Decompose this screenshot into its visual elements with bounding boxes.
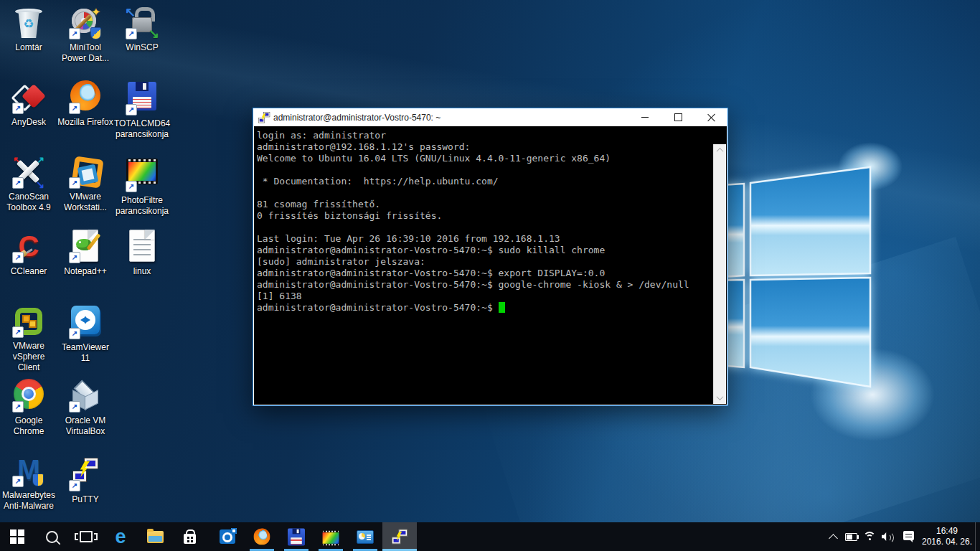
desktop-icon-label: TOTALCMD64 parancsikonja: [114, 118, 170, 140]
close-button[interactable]: [694, 108, 727, 126]
terminal-line: Last login: Tue Apr 26 16:39:10 2016 fro…: [257, 233, 712, 245]
desktop-icon-putty[interactable]: PuTTY: [57, 453, 113, 505]
terminal-line: administrator@administrator-Vostro-5470:…: [257, 268, 712, 279]
maximize-button[interactable]: [661, 108, 694, 126]
desktop-icon-canoscan[interactable]: ↖ ↗ ↙ ↘ CanoScan Toolbox 4.9: [1, 155, 57, 213]
minitool-icon: ✦: [68, 6, 103, 40]
clock-time: 16:49: [919, 526, 975, 537]
text-file-icon: [125, 230, 159, 264]
taskbar-item-putty[interactable]: [382, 522, 417, 551]
terminal-line: Welcome to Ubuntu 16.04 LTS (GNU/Linux 4…: [257, 153, 712, 164]
shortcut-arrow-icon: [126, 104, 137, 116]
notepad-plus-plus-icon: [68, 230, 103, 264]
canoscan-icon: ↖ ↗ ↙ ↘: [11, 155, 46, 189]
terminal-line: [sudo] administrator jelszava:: [257, 256, 712, 268]
desktop-icon-vmware-workstation[interactable]: VMware Workstati...: [57, 155, 113, 213]
shortcut-arrow-icon: [12, 177, 24, 189]
terminal-line: administrator@administrator-Vostro-5470:…: [257, 279, 712, 291]
shortcut-arrow-icon: [69, 401, 80, 413]
taskbar-item-photofiltre[interactable]: [314, 522, 348, 551]
desktop-icon-label: WinSCP: [114, 42, 170, 53]
scrollbar[interactable]: [713, 144, 726, 404]
taskbar-item-total-commander[interactable]: [279, 522, 314, 551]
desktop-icon-virtualbox[interactable]: Oracle VM VirtualBox: [57, 379, 113, 437]
shortcut-arrow-icon: [12, 476, 24, 487]
shortcut-arrow-icon: [12, 401, 24, 413]
minimize-button[interactable]: [628, 108, 661, 126]
desktop-icon-teamviewer[interactable]: TeamViewer 11: [57, 304, 113, 364]
desktop-icon-label: MiniTool Power Dat...: [57, 42, 113, 64]
taskbar-item-store[interactable]: [172, 522, 207, 551]
minimize-icon: [641, 117, 649, 118]
terminal-output[interactable]: login as: administrator administrator@19…: [254, 126, 727, 405]
winscp-icon: ↖↘: [125, 6, 159, 40]
system-window-icon: [357, 530, 374, 544]
desktop-icon-label: Lomtár: [1, 42, 57, 53]
speaker-icon: [882, 532, 895, 542]
terminal-line: [1] 6138: [257, 291, 712, 302]
desktop-icon-label: Oracle VM VirtualBox: [57, 415, 113, 437]
desktop-icon-malwarebytes[interactable]: M Malwarebytes Anti-Malware: [1, 453, 57, 512]
desktop-icon-winscp[interactable]: ↖↘ WinSCP: [114, 6, 170, 53]
taskbar-item-edge[interactable]: e: [103, 522, 138, 551]
chevron-up-icon: [717, 148, 724, 155]
desktop-icon-firefox[interactable]: Mozilla Firefox: [57, 80, 113, 128]
terminal-line: administrator@administrator-Vostro-5470:…: [257, 245, 712, 256]
chevron-down-icon: [717, 393, 724, 400]
desktop-icon-anydesk[interactable]: AnyDesk: [1, 80, 57, 128]
chrome-icon: [11, 379, 46, 413]
close-icon: [707, 113, 715, 122]
terminal-line: login as: administrator: [257, 130, 712, 141]
maximize-icon: [674, 113, 682, 121]
battery-tray-button[interactable]: [842, 522, 860, 551]
putty-window-icon: [258, 112, 270, 123]
desktop-icon-vsphere[interactable]: VMware vSphere Client: [1, 304, 57, 373]
terminal-line: 0 frissítés biztonsági frissítés.: [257, 210, 712, 222]
window-title: administrator@administrator-Vostro-5470:…: [273, 113, 628, 123]
taskbar-clock[interactable]: 16:49 2016. 04. 26.: [919, 526, 975, 547]
scroll-down-button[interactable]: [714, 392, 726, 404]
desktop-icon-chrome[interactable]: Google Chrome: [1, 379, 57, 437]
desktop-icon-notepadpp[interactable]: Notepad++: [57, 230, 113, 277]
desktop-icon-label: AnyDesk: [1, 117, 57, 128]
terminal-line: 81 csomag frissíthető.: [257, 199, 712, 210]
firefox-icon: [68, 80, 103, 115]
system-tray: 16:49 2016. 04. 26.: [824, 522, 980, 551]
taskbar: e: [0, 522, 980, 551]
desktop-icon-label: Mozilla Firefox: [57, 117, 113, 128]
desktop-icon-ccleaner[interactable]: C CCleaner: [1, 230, 57, 277]
show-desktop-button[interactable]: [975, 522, 980, 551]
shortcut-arrow-icon: [69, 103, 80, 114]
firefox-icon: [253, 528, 270, 545]
desktop-icon-linux-file[interactable]: linux: [114, 230, 170, 277]
recycle-bin-icon: ♻: [11, 6, 46, 40]
chevron-up-icon: [829, 534, 838, 543]
shortcut-arrow-icon: [69, 252, 80, 263]
desktop-icon-photofiltre[interactable]: PhotoFiltre parancsikonja: [114, 155, 170, 217]
terminal-line: [257, 164, 712, 176]
virtualbox-icon: [68, 379, 103, 413]
search-icon: [46, 531, 58, 543]
titlebar[interactable]: administrator@administrator-Vostro-5470:…: [253, 108, 727, 126]
start-button[interactable]: [0, 522, 34, 551]
desktop-icon-recycle-bin[interactable]: ♻ Lomtár: [1, 6, 57, 53]
volume-tray-button[interactable]: [879, 522, 897, 551]
taskbar-item-firefox[interactable]: [245, 522, 279, 551]
malwarebytes-icon: M: [11, 453, 46, 488]
taskbar-item-outlook[interactable]: [210, 522, 245, 551]
outlook-icon: [220, 529, 235, 544]
hidden-icons-button[interactable]: [824, 522, 842, 551]
scroll-up-button[interactable]: [714, 144, 726, 156]
task-view-button[interactable]: [69, 522, 103, 551]
taskbar-item-system-app[interactable]: [348, 522, 382, 551]
taskbar-search-button[interactable]: [34, 522, 69, 551]
taskbar-item-file-explorer[interactable]: [138, 522, 172, 551]
network-tray-button[interactable]: [860, 522, 879, 551]
action-center-button[interactable]: [897, 522, 919, 551]
desktop-icon-totalcmd[interactable]: TOTALCMD64 parancsikonja: [114, 80, 170, 140]
teamviewer-icon: [68, 306, 103, 340]
desktop-icon-minitool[interactable]: ✦ MiniTool Power Dat...: [57, 6, 113, 64]
shortcut-arrow-icon: [12, 326, 24, 338]
total-commander-icon: [288, 527, 305, 545]
shortcut-arrow-icon: [69, 177, 80, 189]
